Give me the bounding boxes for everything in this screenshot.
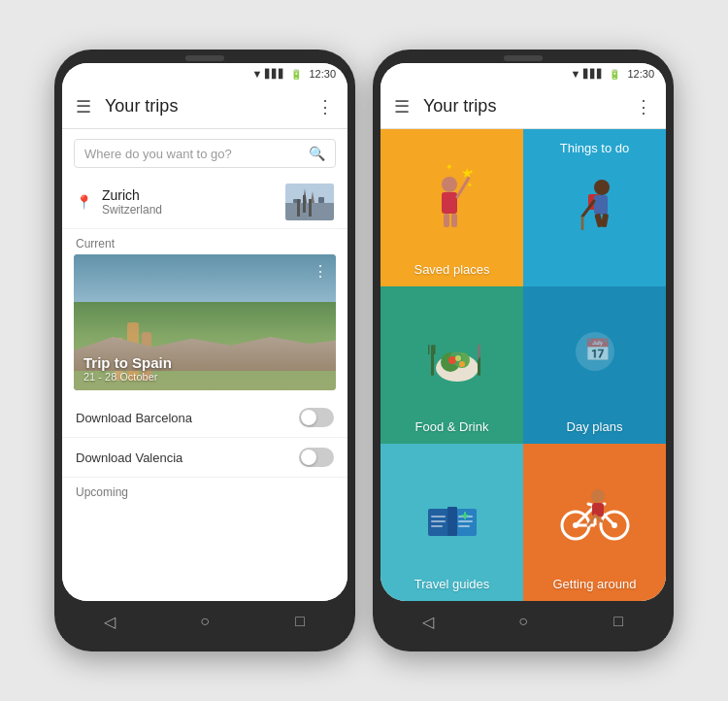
travel-guides-label: Travel guides [414,577,490,591]
trip-card[interactable]: ⋮ Trip to Spain 21 - 28 October [74,254,336,390]
svg-rect-43 [458,520,473,522]
day-plans-illustration: 📅 [523,294,666,419]
things-to-do-label-top: Things to do [560,141,630,155]
trip-more-icon[interactable]: ⋮ [313,262,328,281]
svg-rect-5 [318,197,324,203]
right-wifi-icon: ▼ [571,68,581,80]
trip-title: Trip to Spain [83,354,326,371]
saved-places-illustration: ★ ✦ ✦ ✦ [381,137,523,262]
signal-icon: ▋▋▋ [265,69,285,79]
travel-guides-illustration [381,451,523,577]
saved-places-cell[interactable]: ★ ✦ ✦ ✦ Saved places [381,129,523,286]
right-battery-icon: 🔋 [609,69,620,80]
right-bottom-nav: ◁ ○ □ [381,601,666,638]
destination-thumbnail [285,184,334,220]
right-back-button[interactable]: ◁ [414,611,443,632]
left-menu-icon[interactable]: ☰ [76,96,91,117]
food-drink-cell[interactable]: Food & Drink [381,286,523,444]
day-plans-label: Day plans [567,419,623,434]
time-display: 12:30 [309,68,336,80]
svg-rect-39 [431,516,446,517]
search-placeholder: Where do you want to go? [84,147,309,161]
svg-rect-1 [285,203,334,220]
current-section-label: Current [62,229,347,254]
right-home-button[interactable]: ○ [509,611,538,632]
svg-rect-44 [458,525,470,527]
right-phone: ▼ ▋▋▋ 🔋 12:30 ☰ Your trips ⋮ [373,50,674,651]
saved-places-label: Saved places [414,262,489,277]
download-barcelona-label: Download Barcelona [76,411,299,425]
svg-point-57 [591,489,605,503]
svg-rect-19 [600,214,608,228]
search-icon: 🔍 [309,146,325,161]
svg-rect-58 [592,503,604,517]
svg-point-6 [442,177,457,192]
right-more-icon[interactable]: ⋮ [635,96,652,117]
svg-point-28 [455,355,461,361]
left-app-header: ☰ Your trips ⋮ [62,84,347,129]
getting-around-cell[interactable]: Getting around [523,444,666,601]
right-status-bar: ▼ ▋▋▋ 🔋 12:30 [381,63,666,84]
food-drink-illustration [381,294,523,419]
right-signal-icon: ▋▋▋ [583,69,604,79]
food-drink-label: Food & Drink [415,419,489,434]
svg-text:✦: ✦ [467,182,473,188]
trip-dates: 21 - 28 October [83,371,326,383]
right-status-icons: ▼ ▋▋▋ 🔋 12:30 [571,68,654,80]
right-menu-icon[interactable]: ☰ [394,96,410,117]
left-more-icon[interactable]: ⋮ [316,96,334,117]
left-phone-screen: ▼ ▋▋▋ 🔋 12:30 ☰ Your trips ⋮ Where do yo… [62,63,347,601]
search-bar[interactable]: Where do you want to go? 🔍 [74,139,336,168]
svg-rect-31 [434,345,436,354]
download-barcelona-row: Download Barcelona [62,398,347,438]
left-bottom-nav: ◁ ○ □ [62,601,347,638]
svg-rect-8 [444,214,449,227]
download-valencia-toggle[interactable] [299,448,334,467]
svg-rect-29 [431,345,434,376]
battery-icon: 🔋 [290,69,302,80]
svg-rect-46 [461,515,469,517]
travel-guides-cell[interactable]: Travel guides [381,444,523,601]
svg-rect-40 [431,520,446,522]
things-to-do-cell[interactable]: Things to do [523,129,666,286]
right-header-title: Your trips [423,96,635,117]
download-valencia-label: Download Valencia [76,451,299,465]
svg-rect-41 [431,525,443,527]
svg-rect-30 [428,345,430,354]
right-phone-screen: ▼ ▋▋▋ 🔋 12:30 ☰ Your trips ⋮ [381,63,666,601]
destination-info: Zurich Switzerland [102,187,285,217]
back-button[interactable]: ◁ [95,611,124,632]
status-icons: ▼ ▋▋▋ 🔋 12:30 [252,68,336,80]
day-plans-cell[interactable]: 📅 Day plans [523,286,666,444]
getting-around-illustration [523,451,666,577]
destination-country: Switzerland [102,203,285,217]
download-valencia-row: Download Valencia [62,438,347,478]
left-status-bar: ▼ ▋▋▋ 🔋 12:30 [62,63,347,84]
category-grid: ★ ✦ ✦ ✦ Saved places Things to do [381,129,666,601]
svg-point-27 [459,361,465,367]
right-app-header: ☰ Your trips ⋮ [381,84,666,129]
recents-button[interactable]: □ [285,611,314,632]
home-button[interactable]: ○ [190,611,219,632]
svg-text:✦: ✦ [446,162,453,172]
svg-rect-38 [447,507,457,536]
svg-rect-7 [442,192,457,214]
svg-point-26 [448,356,456,364]
svg-rect-17 [594,195,608,215]
destination-item[interactable]: 📍 Zurich Switzerland [62,176,347,229]
download-barcelona-toggle[interactable] [299,408,334,427]
upcoming-section-label: Upcoming [62,478,347,503]
svg-text:✦: ✦ [469,169,474,175]
destination-name: Zurich [102,187,285,203]
svg-rect-4 [293,199,301,203]
right-time-display: 12:30 [627,68,654,80]
left-header-title: Your trips [105,96,316,117]
location-pin-icon: 📍 [76,194,92,210]
svg-rect-9 [451,214,457,227]
getting-around-label: Getting around [552,577,636,591]
svg-text:📅: 📅 [584,337,612,363]
right-recents-button[interactable]: □ [604,611,633,632]
phones-container: ▼ ▋▋▋ 🔋 12:30 ☰ Your trips ⋮ Where do yo… [35,30,693,671]
wifi-icon: ▼ [252,68,263,80]
svg-point-15 [594,180,610,195]
